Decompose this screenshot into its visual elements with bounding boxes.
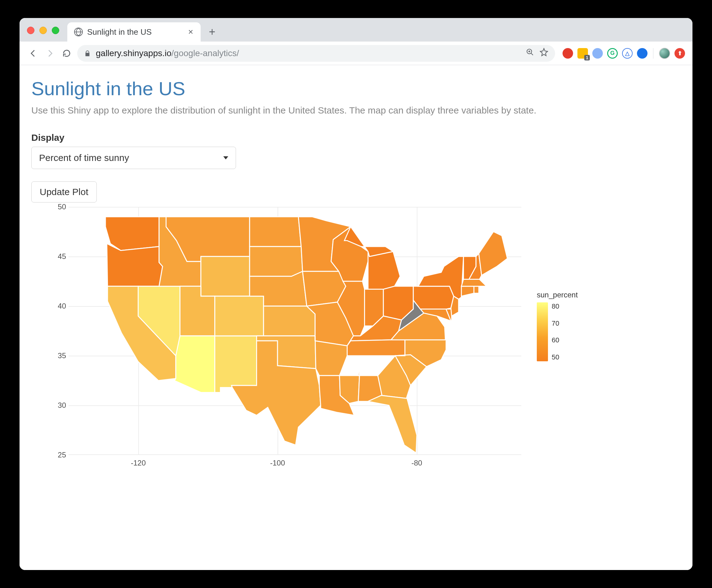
forward-button[interactable] xyxy=(44,47,56,60)
display-select-value: Percent of time sunny xyxy=(39,152,129,163)
zoom-icon[interactable] xyxy=(526,48,534,58)
globe-icon xyxy=(74,27,83,36)
extension-docs-icon[interactable] xyxy=(637,48,648,59)
titlebar: Sunlight in the US × + xyxy=(20,18,692,42)
legend: sun_percent 80 70 60 50 xyxy=(537,291,599,361)
extension-notes-icon[interactable] xyxy=(578,48,588,59)
address-bar[interactable]: gallery.shinyapps.io/google-analytics/ xyxy=(77,45,555,62)
extension-ublock-icon[interactable] xyxy=(563,48,573,59)
maximize-window-icon[interactable] xyxy=(52,27,59,34)
chevron-down-icon xyxy=(223,156,228,160)
browser-window: Sunlight in the US × + gallery.shinyapps… xyxy=(20,18,692,570)
page-lead: Use this Shiny app to explore the distri… xyxy=(31,105,681,116)
y-tick: 40 xyxy=(53,302,66,311)
x-tick: -80 xyxy=(412,459,422,467)
display-select[interactable]: Percent of time sunny xyxy=(31,147,236,169)
url-path: /google-analytics/ xyxy=(171,48,239,58)
lock-icon xyxy=(84,50,91,57)
plot: 50 45 40 35 30 25 -120 -100 -80 sun_perc… xyxy=(31,207,577,477)
y-tick: 25 xyxy=(53,450,66,459)
legend-tick: 50 xyxy=(552,353,559,361)
legend-tick: 70 xyxy=(552,319,559,328)
x-tick: -120 xyxy=(131,459,146,467)
url-host: gallery.shinyapps.io xyxy=(96,48,171,58)
y-tick: 30 xyxy=(53,401,66,410)
browser-tab[interactable]: Sunlight in the US × xyxy=(67,22,201,42)
us-map xyxy=(68,207,521,455)
back-button[interactable] xyxy=(27,47,39,60)
profile-avatar[interactable] xyxy=(659,48,670,59)
new-tab-button[interactable]: + xyxy=(204,24,220,40)
page-content: Sunlight in the US Use this Shiny app to… xyxy=(20,65,692,570)
bookmark-star-icon[interactable] xyxy=(540,48,548,59)
close-window-icon[interactable] xyxy=(27,27,35,34)
y-tick: 35 xyxy=(53,351,66,360)
extension-up-icon[interactable]: ⬆ xyxy=(674,48,685,59)
url-text: gallery.shinyapps.io/google-analytics/ xyxy=(96,48,521,58)
display-label: Display xyxy=(31,132,681,143)
extension-search-icon[interactable] xyxy=(592,48,603,59)
browser-toolbar: gallery.shinyapps.io/google-analytics/ G… xyxy=(20,42,692,65)
legend-tick: 80 xyxy=(552,302,559,311)
extensions: G △ ⬆ xyxy=(560,48,685,59)
legend-title: sun_percent xyxy=(537,291,599,299)
plot-panel xyxy=(68,207,521,455)
minimize-window-icon[interactable] xyxy=(39,27,47,34)
extension-triangle-icon[interactable]: △ xyxy=(622,48,633,59)
extension-grammarly-icon[interactable]: G xyxy=(607,48,618,59)
y-tick: 45 xyxy=(53,252,66,261)
toolbar-separator xyxy=(653,48,653,59)
legend-tick: 60 xyxy=(552,336,559,344)
tab-title: Sunlight in the US xyxy=(87,27,182,37)
close-tab-icon[interactable]: × xyxy=(186,27,195,37)
x-tick: -100 xyxy=(270,459,285,467)
page-title: Sunlight in the US xyxy=(31,78,681,100)
legend-colorbar xyxy=(537,302,548,361)
reload-button[interactable] xyxy=(61,47,73,60)
update-plot-button[interactable]: Update Plot xyxy=(31,182,97,203)
y-tick: 50 xyxy=(53,203,66,211)
window-controls xyxy=(27,27,59,42)
